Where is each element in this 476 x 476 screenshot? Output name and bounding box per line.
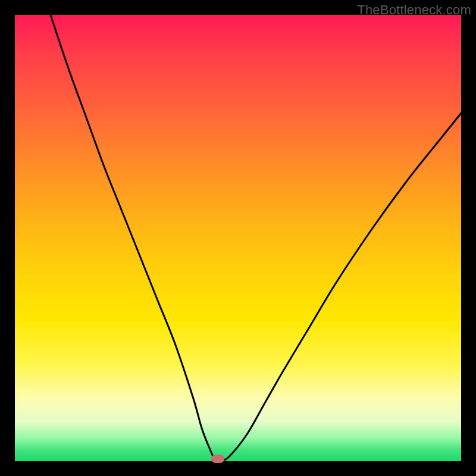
bottleneck-curve (15, 15, 461, 461)
plot-area (15, 15, 461, 461)
optimum-marker (211, 455, 224, 463)
chart-frame: TheBottleneck.com (0, 0, 476, 476)
watermark-text: TheBottleneck.com (357, 2, 471, 18)
